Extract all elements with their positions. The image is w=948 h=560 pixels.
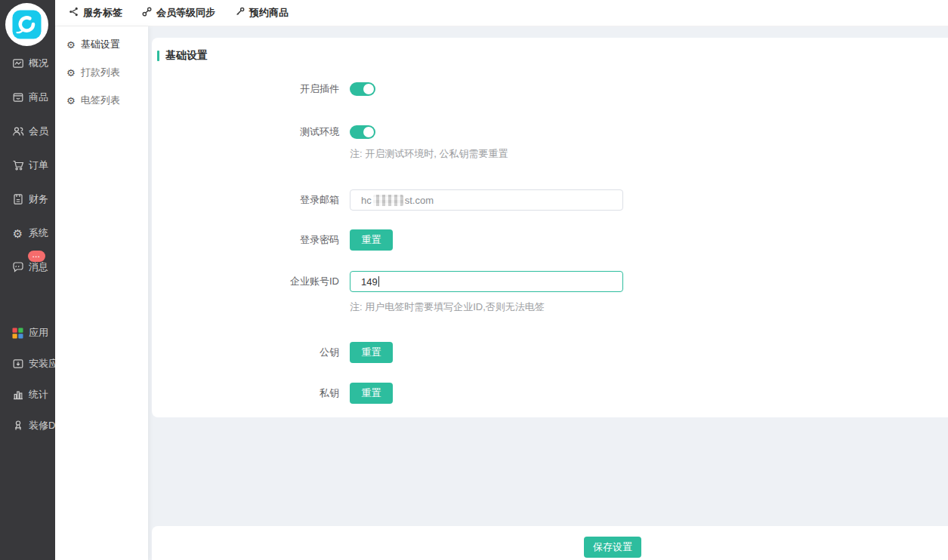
form-row-corp-id: 企业账号ID 149 注: 用户电签时需要填写企业ID,否则无法电签 [152, 271, 948, 314]
sidebar-group-apps: 应用 安装应用 统计 [0, 325, 55, 449]
form-row-private-key: 私钥 重置 [152, 383, 948, 404]
password-label: 登录密码 [152, 229, 350, 251]
email-value-prefix: hc [361, 195, 372, 206]
subsidebar-item-basic-settings[interactable]: ⚙ 基础设置 [55, 37, 148, 52]
brand-logo-icon [5, 3, 48, 46]
form-row-password: 登录密码 重置 [152, 229, 948, 251]
tab-member-level-sync[interactable]: 会员等级同步 [142, 6, 215, 20]
overview-icon [11, 57, 24, 70]
subsidebar-item-label: 基础设置 [81, 38, 120, 51]
sidebar-item-system[interactable]: ⚙ 系统 [0, 226, 55, 241]
private-key-reset-button[interactable]: 重置 [350, 383, 393, 404]
censored-text-block [373, 195, 403, 206]
toggle-knob [363, 127, 374, 137]
public-key-reset-button[interactable]: 重置 [350, 342, 393, 363]
sidebar-item-label: 系统 [29, 226, 48, 240]
email-value-suffix: st.com [405, 195, 434, 206]
sidebar-item-finance[interactable]: 财务 [0, 192, 55, 207]
message-icon [11, 261, 24, 274]
subsidebar-item-label: 打款列表 [81, 66, 120, 79]
sidebar-item-label: 概况 [29, 57, 48, 70]
tab-reserved-goods[interactable]: 预约商品 [235, 6, 289, 20]
secondary-sidebar: ⚙ 基础设置 ⚙ 打款列表 ⚙ 电签列表 [55, 26, 148, 560]
save-settings-button[interactable]: 保存设置 [584, 537, 641, 558]
sidebar-item-install-apps[interactable]: 安装应用 [0, 356, 55, 371]
stats-icon [11, 389, 24, 402]
sidebar-item-overview[interactable]: 概况 [0, 56, 55, 71]
footer-action-bar: 保存设置 [152, 526, 948, 560]
gear-icon: ⚙ [66, 40, 76, 50]
test-env-label: 测试环境 [152, 125, 350, 161]
goods-icon [11, 91, 24, 104]
form-row-email: 登录邮箱 hc st.com [152, 189, 948, 211]
public-key-label: 公钥 [152, 342, 350, 363]
tab-service-tags[interactable]: 服务标签 [69, 6, 122, 20]
primary-sidebar: 概况 商品 会员 [0, 0, 55, 560]
sidebar-item-label: 商品 [29, 91, 48, 104]
toggle-knob [363, 84, 374, 94]
email-input[interactable]: hc st.com [350, 189, 623, 211]
corp-id-value: 149 [361, 276, 378, 288]
app-logo[interactable] [0, 0, 55, 49]
sidebar-item-messages[interactable]: 消息 ... [0, 260, 55, 275]
gear-icon: ⚙ [66, 68, 76, 78]
install-app-icon [11, 358, 24, 371]
sidebar-item-goods[interactable]: 商品 [0, 90, 55, 105]
key-icon [235, 7, 245, 19]
share-icon [69, 7, 79, 19]
content-row: ⚙ 基础设置 ⚙ 打款列表 ⚙ 电签列表 基础设置 [55, 26, 948, 560]
section-header: 基础设置 [152, 49, 948, 63]
orders-icon [11, 159, 24, 172]
sidebar-item-label: 消息 [29, 260, 48, 274]
sidebar-item-statistics[interactable]: 统计 [0, 387, 55, 402]
tab-label: 服务标签 [83, 6, 122, 20]
test-env-note: 注: 开启测试环境时, 公私钥需要重置 [350, 147, 508, 161]
app-window: 概况 商品 会员 [0, 0, 948, 560]
empty-spacer [148, 417, 948, 526]
subsidebar-item-label: 电签列表 [81, 94, 120, 107]
top-tab-bar: 服务标签 会员等级同步 预约商品 [55, 0, 948, 26]
corp-id-input[interactable]: 149 [350, 271, 623, 292]
subsidebar-item-payment-list[interactable]: ⚙ 打款列表 [55, 65, 148, 80]
message-count-badge: ... [28, 251, 45, 262]
sidebar-item-label: 统计 [29, 388, 48, 402]
test-env-toggle[interactable] [350, 125, 375, 139]
link-icon [142, 7, 152, 19]
system-gear-icon: ⚙ [11, 227, 24, 240]
sidebar-item-label: 财务 [29, 192, 48, 206]
sidebar-item-label: 会员 [29, 125, 48, 138]
main-panel: 基础设置 开启插件 测试环境 注: 开启测试环境时 [148, 26, 948, 560]
private-key-label: 私钥 [152, 383, 350, 404]
password-reset-button[interactable]: 重置 [350, 229, 393, 251]
section-title: 基础设置 [165, 49, 208, 63]
corp-id-label: 企业账号ID [152, 271, 350, 314]
sidebar-item-decorate-diy[interactable]: 装修DIY [0, 418, 55, 433]
gear-icon: ⚙ [66, 96, 76, 106]
plugin-toggle[interactable] [350, 82, 375, 96]
form-row-public-key: 公钥 重置 [152, 342, 948, 363]
email-label: 登录邮箱 [152, 189, 350, 211]
sidebar-item-members[interactable]: 会员 [0, 124, 55, 139]
subsidebar-item-esign-list[interactable]: ⚙ 电签列表 [55, 93, 148, 108]
right-column: 服务标签 会员等级同步 预约商品 [55, 0, 948, 560]
corp-id-note: 注: 用户电签时需要填写企业ID,否则无法电签 [350, 300, 623, 314]
sidebar-item-label: 订单 [29, 158, 48, 172]
sidebar-item-label: 应用 [29, 326, 48, 340]
form-row-test-env: 测试环境 注: 开启测试环境时, 公私钥需要重置 [152, 125, 948, 161]
tab-label: 预约商品 [249, 6, 289, 20]
form-row-plugin: 开启插件 [152, 82, 948, 96]
diy-icon [11, 420, 24, 432]
plugin-label: 开启插件 [152, 82, 350, 96]
apps-icon [11, 327, 24, 340]
basic-settings-card: 基础设置 开启插件 测试环境 注: 开启测试环境时 [152, 38, 948, 417]
accent-bar [157, 51, 159, 61]
text-caret [378, 276, 379, 287]
finance-icon [11, 193, 24, 206]
sidebar-item-apps[interactable]: 应用 [0, 325, 55, 340]
members-icon [11, 125, 24, 138]
sidebar-item-orders[interactable]: 订单 [0, 158, 55, 173]
tab-label: 会员等级同步 [156, 6, 215, 20]
